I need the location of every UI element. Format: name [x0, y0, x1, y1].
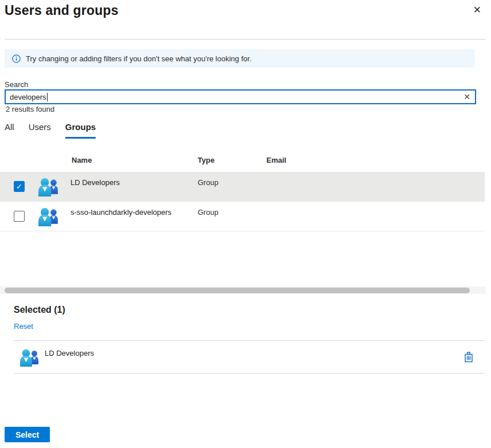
row-type: Group	[198, 178, 218, 187]
row-checkbox-checked[interactable]: ✓	[14, 181, 25, 192]
selected-item-row: LD Developers	[14, 340, 484, 374]
selected-item-name: LD Developers	[45, 349, 94, 357]
table-header: Name Type Email	[0, 156, 485, 171]
horizontal-scrollbar-thumb[interactable]	[5, 288, 470, 293]
group-icon	[37, 176, 59, 197]
tab-all[interactable]: All	[5, 122, 14, 139]
horizontal-scrollbar-track[interactable]	[0, 286, 486, 294]
group-icon	[37, 206, 59, 227]
header-divider	[5, 39, 486, 40]
row-type: Group	[198, 208, 218, 217]
results-count: 2 results found	[6, 105, 54, 113]
select-button[interactable]: Select	[5, 427, 50, 442]
table-row[interactable]: ✓ LD Developers Group	[0, 172, 485, 202]
table-row[interactable]: s-sso-launchdarkly-developers Group	[0, 202, 485, 231]
filter-tabs: All Users Groups	[5, 122, 96, 139]
delete-icon[interactable]	[463, 351, 474, 363]
row-checkbox-unchecked[interactable]	[14, 211, 25, 222]
selected-section-title: Selected (1)	[14, 305, 65, 315]
tab-users[interactable]: Users	[29, 122, 51, 139]
column-header-name: Name	[72, 156, 92, 164]
text-caret	[47, 93, 48, 101]
users-and-groups-panel: Users and groups ✕ Try changing or addin…	[0, 0, 491, 448]
row-name: s-sso-launchdarkly-developers	[70, 208, 171, 217]
clear-search-icon[interactable]: ✕	[463, 93, 470, 101]
reset-link[interactable]: Reset	[14, 322, 33, 331]
info-banner-text: Try changing or adding filters if you do…	[26, 54, 252, 63]
group-icon	[19, 348, 40, 367]
info-icon	[12, 54, 21, 63]
column-header-type: Type	[198, 156, 214, 164]
page-title: Users and groups	[5, 3, 119, 18]
close-icon[interactable]: ✕	[473, 4, 481, 17]
search-label: Search	[5, 80, 28, 89]
column-header-email: Email	[266, 156, 286, 164]
search-input[interactable]: developers ✕	[5, 89, 476, 104]
checkmark-icon: ✓	[16, 183, 22, 190]
search-input-value: developers	[10, 93, 46, 101]
row-name: LD Developers	[70, 178, 120, 187]
tab-groups[interactable]: Groups	[65, 122, 96, 139]
info-banner: Try changing or adding filters if you do…	[5, 49, 474, 68]
